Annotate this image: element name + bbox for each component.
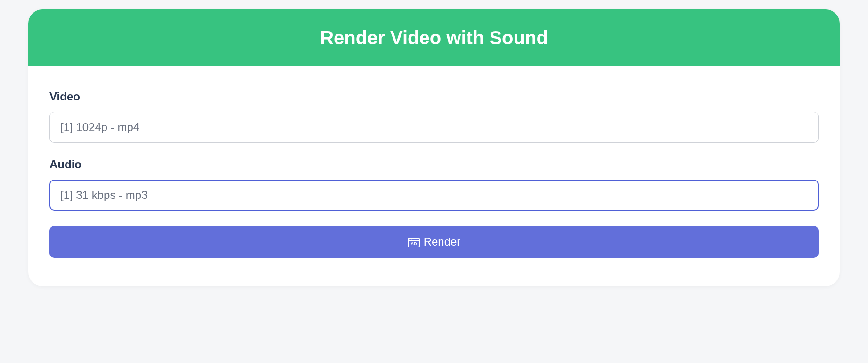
- svg-text:AD: AD: [410, 241, 417, 246]
- svg-point-3: [411, 239, 412, 240]
- video-label: Video: [49, 90, 819, 103]
- render-button-label: Render: [424, 235, 461, 248]
- audio-input[interactable]: [49, 180, 819, 211]
- card-body: Video Audio AD Render: [28, 66, 840, 286]
- audio-group: Audio: [49, 158, 819, 211]
- render-icon: AD: [408, 236, 420, 248]
- card-title: Render Video with Sound: [320, 27, 548, 48]
- svg-point-2: [409, 239, 410, 240]
- video-input[interactable]: [49, 112, 819, 143]
- render-card: Render Video with Sound Video Audio AD R…: [28, 9, 840, 286]
- audio-label: Audio: [49, 158, 819, 171]
- render-button[interactable]: AD Render: [49, 226, 819, 258]
- video-group: Video: [49, 90, 819, 143]
- card-header: Render Video with Sound: [28, 9, 840, 66]
